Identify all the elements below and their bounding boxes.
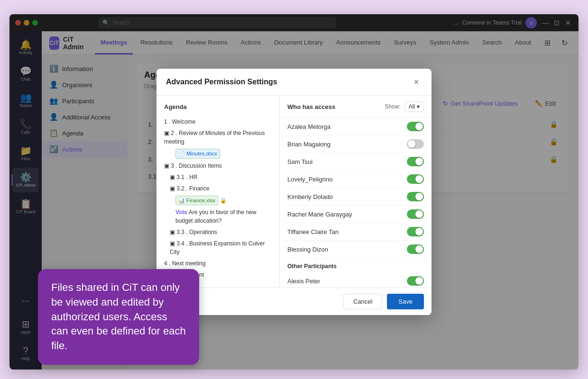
modal-agenda-panel: Agenda 1 . Welcome ▣ 2 . Review of Minut…: [156, 96, 280, 288]
modal-agenda-title: Agenda: [164, 103, 272, 110]
permission-toggle[interactable]: [407, 192, 424, 201]
permission-item: Alexis Peter: [284, 272, 428, 288]
participant-name: Brian Magalong: [287, 141, 331, 148]
permission-toggle[interactable]: [407, 227, 424, 236]
chevron-down-icon: ▾: [417, 103, 420, 110]
permission-toggle[interactable]: [407, 139, 424, 149]
list-item: 1 . Welcome: [164, 116, 272, 127]
callout-tooltip: Files shared in CiT can only be viewed a…: [38, 269, 199, 365]
permission-toggle[interactable]: [407, 244, 424, 254]
list-item: ▣ 3.2 . Finance: [164, 183, 272, 194]
list-item: ▣ 3 . Discussion Items: [164, 160, 272, 171]
participant-name: Lovely_Peligrino: [287, 176, 332, 183]
modal-header: Advanced Permission Settings ×: [156, 69, 432, 96]
permission-item: Tiffanee Claire Tan: [284, 223, 428, 241]
permission-item: Brian Magalong: [284, 135, 428, 153]
participant-name: Alexis Peter: [287, 278, 320, 285]
vote-label: Vote: [175, 209, 187, 216]
permission-item: Blessing Dizon: [284, 241, 428, 258]
show-select[interactable]: All ▾: [404, 101, 424, 112]
modal-close-button[interactable]: ×: [411, 76, 422, 88]
participant-name: Sam Tsui: [287, 158, 312, 165]
permission-item: Azalea Metorga: [284, 118, 428, 135]
permission-toggle[interactable]: [407, 276, 424, 286]
list-item: Vote Are you in favor of the new budget …: [164, 207, 272, 226]
participant-name: Tiffanee Claire Tan: [287, 228, 339, 235]
modal-body: Agenda 1 . Welcome ▣ 2 . Review of Minut…: [156, 96, 432, 288]
permissions-list: Azalea Metorga Brian Magalong Sam Tsui: [280, 118, 432, 288]
participant-name: Azalea Metorga: [287, 123, 331, 130]
file-lock-icon: 🔒: [220, 198, 227, 203]
list-item: ▣ 3.1 . HR: [164, 171, 272, 183]
who-access-label: Who has access: [287, 103, 381, 110]
permission-item: Kimberly Dotado: [284, 188, 428, 206]
other-participants-label: Other Participants: [284, 258, 428, 272]
modal-permissions-panel: Who has access Show: All ▾ Azalea Metorg…: [280, 96, 432, 288]
permission-item: Lovely_Peligrino: [284, 171, 428, 188]
permission-toggle[interactable]: [407, 157, 424, 166]
participant-name: Blessing Dizon: [287, 246, 328, 253]
show-label: Show:: [385, 103, 400, 110]
permission-toggle[interactable]: [407, 174, 424, 184]
participant-name: Kimberly Dotado: [287, 193, 333, 200]
list-item: ▣ 3.4 . Business Expansion to Culver Cit…: [164, 238, 272, 258]
permissions-header: Who has access Show: All ▾: [280, 96, 432, 118]
list-item: ▣ 3.3 . Operations: [164, 226, 272, 238]
modal-title: Advanced Permission Settings: [166, 78, 277, 86]
participant-name: Rachel Marie Garaygay: [287, 211, 352, 218]
permission-toggle[interactable]: [407, 209, 424, 219]
callout-text: Files shared in CiT can only be viewed a…: [51, 281, 186, 352]
list-item: 4 . Next meeting: [164, 258, 272, 269]
permission-toggle[interactable]: [407, 122, 424, 131]
list-item: 📄 Minutes.docx: [164, 147, 272, 160]
list-item: ▣ 2 . Review of Minutes of the Previous …: [164, 127, 272, 147]
excel-file-badge[interactable]: 📊 Finance.xlsx: [175, 196, 218, 206]
cancel-button[interactable]: Cancel: [343, 294, 382, 309]
permission-item: Rachel Marie Garaygay: [284, 206, 428, 223]
word-file-badge[interactable]: 📄 Minutes.docx: [175, 149, 220, 159]
list-item: 📊 Finance.xlsx 🔒: [164, 194, 272, 207]
permission-item: Sam Tsui: [284, 153, 428, 171]
save-button[interactable]: Save: [387, 294, 424, 309]
